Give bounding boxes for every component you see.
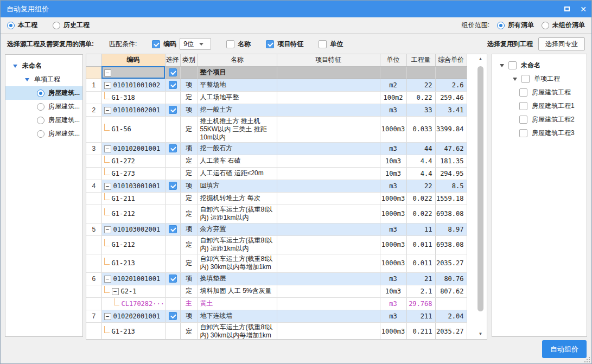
maximize-button[interactable] xyxy=(559,1,575,17)
grid-cell-unit[interactable]: m3 xyxy=(380,104,406,116)
grid-cell-unit[interactable]: m3 xyxy=(380,142,406,155)
table-row[interactable]: G1-212定自卸汽车运土方(载重8t以内) 运距1km以内1000m30.02… xyxy=(86,205,467,223)
left-tree-group[interactable]: 单项工程 xyxy=(5,73,82,86)
collapse-icon[interactable]: − xyxy=(104,183,111,190)
grid-cell-rownum[interactable]: 5 xyxy=(86,223,101,235)
grid-cell-price[interactable]: 6938.08 xyxy=(435,205,467,223)
table-row[interactable]: −整个项目 xyxy=(86,66,467,79)
sidebar-item-target-project[interactable]: 房屋建筑工程 xyxy=(492,86,587,99)
grid-cell-code[interactable]: −010202001001 xyxy=(101,310,165,322)
grid-cell-rownum[interactable] xyxy=(86,116,101,142)
right-tree-root-checkbox[interactable] xyxy=(508,61,517,69)
grid-cell-rownum[interactable] xyxy=(86,297,101,310)
grid-cell-category[interactable]: 项 xyxy=(180,79,198,91)
grid-cell-price[interactable]: 8.97 xyxy=(435,223,467,235)
grid-cell-unit[interactable]: 10m3 xyxy=(380,167,406,180)
grid-cell-select[interactable] xyxy=(165,155,180,167)
grid-cell-select[interactable] xyxy=(165,235,180,254)
grid-cell-name[interactable]: 平整场地 xyxy=(198,79,277,91)
col-header-quantity[interactable]: 工程量 xyxy=(406,54,435,66)
grid-cell-select[interactable] xyxy=(165,79,180,91)
grid-cell-select[interactable] xyxy=(165,167,180,180)
grid-cell-select[interactable] xyxy=(165,310,180,322)
grid-cell-rownum[interactable]: 3 xyxy=(86,142,101,155)
grid-cell-category[interactable]: 定 xyxy=(180,91,198,104)
sidebar-item-source-project[interactable]: 房屋建筑... xyxy=(5,86,82,100)
grid-cell-select[interactable] xyxy=(165,285,180,297)
collapse-icon[interactable]: − xyxy=(104,82,111,89)
grid-cell-feature[interactable] xyxy=(277,142,380,155)
grid-cell-quantity[interactable]: 0.022 xyxy=(406,192,435,205)
right-tree-group-checkbox[interactable] xyxy=(521,75,530,83)
grid-cell-quantity[interactable]: 21 xyxy=(406,272,435,285)
grid-cell-feature[interactable] xyxy=(277,223,380,235)
grid-cell-price[interactable]: 1559.18 xyxy=(435,192,467,205)
grid-cell-category[interactable]: 定 xyxy=(180,155,198,167)
grid-cell-code[interactable]: G1-211 xyxy=(101,192,165,205)
project-checkbox[interactable] xyxy=(519,88,527,97)
grid-cell-select[interactable] xyxy=(165,104,180,116)
grid-cell-code[interactable]: −010101002001 xyxy=(101,104,165,116)
row-checkbox[interactable] xyxy=(169,274,177,283)
project-radio[interactable] xyxy=(37,90,44,97)
grid-cell-feature[interactable] xyxy=(277,104,380,116)
grid-cell-price[interactable]: 294.95 xyxy=(435,167,467,180)
grid-cell-rownum[interactable] xyxy=(86,235,101,254)
sidebar-item-target-project[interactable]: 房屋建筑工程2 xyxy=(492,113,587,126)
grid-cell-name[interactable]: 自卸汽车运土方(载重8t以内) 30km以内每增加1km xyxy=(198,322,277,340)
grid-cell-unit[interactable]: m3 xyxy=(380,310,406,322)
grid-cell-quantity[interactable] xyxy=(406,66,435,79)
collapse-icon[interactable]: − xyxy=(104,226,111,233)
grid-cell-unit[interactable]: m3 xyxy=(380,180,406,192)
scroll-up-icon[interactable]: ▲ xyxy=(476,55,485,63)
radio-unpriced-lists[interactable] xyxy=(542,22,549,29)
grid-cell-unit[interactable]: 1000m3 xyxy=(380,205,406,223)
auto-price-button[interactable]: 自动组价 xyxy=(542,340,587,358)
right-tree-root[interactable]: 未命名 xyxy=(492,59,587,72)
grid-cell-unit[interactable]: 1000m3 xyxy=(380,254,406,272)
grid-cell-quantity[interactable]: 0.211 xyxy=(406,322,435,340)
grid-cell-category[interactable]: 项 xyxy=(180,104,198,116)
right-tree-group[interactable]: 单项工程 xyxy=(492,72,587,86)
sidebar-item-source-project[interactable]: 房屋建筑... xyxy=(5,127,82,141)
grid-cell-code[interactable]: −010101001002 xyxy=(101,79,165,91)
collapse-icon[interactable]: − xyxy=(104,69,111,76)
grid-cell-name[interactable]: 人工场地平整 xyxy=(198,91,277,104)
grid-cell-rownum[interactable]: 7 xyxy=(86,310,101,322)
grid-cell-category[interactable]: 项 xyxy=(180,223,198,235)
grid-cell-code[interactable]: G1-56 xyxy=(101,116,165,142)
table-row[interactable]: G1-211定挖掘机转堆土方 每次1000m30.0221559.18 xyxy=(86,192,467,205)
grid-cell-select[interactable] xyxy=(165,297,180,310)
col-header-rownum[interactable] xyxy=(86,54,101,66)
grid-cell-unit[interactable] xyxy=(380,66,406,79)
code-digits-dropdown[interactable]: 9位 xyxy=(180,38,211,50)
collapse-icon[interactable]: − xyxy=(112,288,119,295)
grid-cell-code[interactable]: −G2-1 xyxy=(101,285,165,297)
grid-cell-code[interactable]: G1-213 xyxy=(101,322,165,340)
grid-cell-unit[interactable]: 1000m3 xyxy=(380,322,406,340)
grid-cell-select[interactable] xyxy=(165,192,180,205)
grid-cell-feature[interactable] xyxy=(277,205,380,223)
grid-cell-feature[interactable] xyxy=(277,116,380,142)
grid-cell-rownum[interactable] xyxy=(86,192,101,205)
project-radio[interactable] xyxy=(37,117,44,124)
grid-cell-quantity[interactable]: 4.4 xyxy=(406,167,435,180)
grid-cell-price[interactable]: 3399.84 xyxy=(435,116,467,142)
grid-cell-quantity[interactable]: 29.768 xyxy=(406,297,435,310)
grid-cell-category[interactable]: 项 xyxy=(180,272,198,285)
grid-cell-code[interactable]: − xyxy=(101,66,165,79)
grid-cell-quantity[interactable]: 0.011 xyxy=(406,235,435,254)
col-header-feature[interactable]: 项目特征 xyxy=(277,54,380,66)
grid-cell-category[interactable]: 项 xyxy=(180,310,198,322)
grid-cell-category[interactable]: 定 xyxy=(180,167,198,180)
grid-cell-unit[interactable]: m2 xyxy=(380,79,406,91)
grid-cell-name[interactable]: 换填垫层 xyxy=(198,272,277,285)
grid-cell-name[interactable]: 整个项目 xyxy=(198,66,277,79)
table-row[interactable]: CL170282···主黄土m329.768 xyxy=(86,297,467,310)
grid-cell-name[interactable]: 回填方 xyxy=(198,180,277,192)
row-checkbox[interactable] xyxy=(169,144,177,152)
grid-cell-name[interactable]: 推土机推土方 推土机55KW以内 三类土 推距10m以内 xyxy=(198,116,277,142)
grid-cell-code[interactable]: −010103001001 xyxy=(101,180,165,192)
grid-cell-quantity[interactable]: 0.011 xyxy=(406,254,435,272)
grid-cell-name[interactable]: 人工运石碴 运距≤20m xyxy=(198,167,277,180)
